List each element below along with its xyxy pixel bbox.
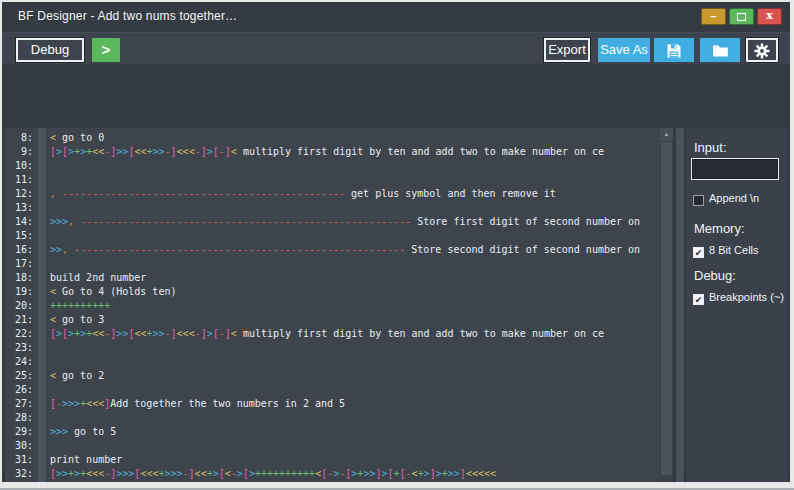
gear-icon bbox=[754, 42, 770, 57]
line-number: 18: bbox=[5, 271, 38, 285]
editor-vertical-scrollbar[interactable]: ▲ ▼ bbox=[660, 128, 673, 482]
play-icon: > bbox=[102, 41, 111, 58]
save-button[interactable] bbox=[654, 38, 694, 62]
line-number: 9: bbox=[5, 145, 38, 159]
line-number: 19: bbox=[5, 285, 38, 299]
breakpoint-margin bbox=[38, 128, 46, 482]
floppy-disk-icon bbox=[666, 42, 682, 57]
code-editor[interactable]: 8:9:10:11:12:13:14:15:16:17:18:19:20:21:… bbox=[5, 128, 673, 482]
code-line bbox=[46, 173, 660, 187]
line-number: 33: bbox=[5, 481, 38, 482]
code-line: [->>>+<<<]Add together the two numbers i… bbox=[46, 397, 660, 411]
append-newline-label: Append \n bbox=[709, 192, 759, 204]
breakpoints-checkbox[interactable]: ✔ bbox=[693, 294, 704, 305]
code-line bbox=[46, 383, 660, 397]
line-number: 31: bbox=[5, 453, 38, 467]
main-area: 8:9:10:11:12:13:14:15:16:17:18:19:20:21:… bbox=[2, 64, 790, 474]
line-number: 21: bbox=[5, 313, 38, 327]
run-button[interactable]: > bbox=[92, 38, 120, 62]
eight-bit-cells-checkbox[interactable]: ✔ bbox=[693, 247, 704, 258]
line-number: 30: bbox=[5, 439, 38, 453]
code-line: [>[>+>+<<-]>>[<<+>>-]<<<-]>[-]< multiply… bbox=[46, 327, 660, 341]
code-line: >>, ------------------------------------… bbox=[46, 243, 660, 257]
options-sidebar: Input: ✔Append \n Memory: ✔8 Bit Cells D… bbox=[686, 128, 788, 482]
check-icon: ✔ bbox=[694, 295, 703, 305]
maximize-icon bbox=[737, 13, 746, 21]
toolbar: Debug > Export Save As bbox=[2, 32, 790, 66]
close-button[interactable]: x bbox=[757, 8, 782, 25]
code-line bbox=[46, 439, 660, 453]
vertical-scroll-thumb[interactable] bbox=[661, 142, 672, 475]
line-number-gutter: 8:9:10:11:12:13:14:15:16:17:18:19:20:21:… bbox=[5, 131, 38, 482]
eight-bit-cells-option[interactable]: ✔8 Bit Cells bbox=[693, 244, 759, 256]
code-line: >>>, -----------------------------------… bbox=[46, 215, 660, 229]
line-number: 15: bbox=[5, 229, 38, 243]
input-label: Input: bbox=[694, 140, 727, 155]
scroll-up-icon[interactable]: ▲ bbox=[660, 128, 673, 141]
maximize-button[interactable] bbox=[729, 8, 754, 25]
line-number: 20: bbox=[5, 299, 38, 313]
check-icon: ✔ bbox=[694, 248, 703, 258]
app-window: BF Designer - Add two nums together… – x… bbox=[2, 2, 790, 482]
line-number: 16: bbox=[5, 243, 38, 257]
code-line: < go to 0 bbox=[46, 131, 660, 145]
code-line: [>>+>+<<<-]>>>[<<<+>>>-]<<+>[<->[>++++++… bbox=[46, 467, 660, 481]
minimize-icon: – bbox=[710, 10, 716, 22]
folder-icon bbox=[712, 42, 729, 57]
settings-button[interactable] bbox=[746, 38, 778, 62]
save-as-button[interactable]: Save As bbox=[598, 38, 650, 62]
append-newline-option[interactable]: ✔Append \n bbox=[693, 192, 759, 204]
code-line bbox=[46, 159, 660, 173]
line-number: 23: bbox=[5, 341, 38, 355]
code-line bbox=[46, 355, 660, 369]
code-line: < go to 3 bbox=[46, 313, 660, 327]
eight-bit-cells-label: 8 Bit Cells bbox=[709, 244, 759, 256]
line-number: 28: bbox=[5, 411, 38, 425]
line-number: 13: bbox=[5, 201, 38, 215]
code-line: [>[>+>+<<-]>>[<<+>>-]<<<-]>[-]< multiply… bbox=[46, 145, 660, 159]
line-number: 17: bbox=[5, 257, 38, 271]
line-number: 11: bbox=[5, 173, 38, 187]
bf-designer-window: { "window": { "title": "BF Designer - Ad… bbox=[0, 0, 794, 490]
window-title: BF Designer - Add two nums together… bbox=[18, 9, 237, 23]
title-bar: BF Designer - Add two nums together… – x bbox=[2, 2, 790, 32]
code-line: < go to 2 bbox=[46, 369, 660, 383]
code-line bbox=[46, 201, 660, 215]
program-input-field[interactable] bbox=[691, 158, 779, 180]
code-line bbox=[46, 229, 660, 243]
export-button[interactable]: Export bbox=[544, 38, 590, 62]
code-line: ]>[-]++++++++[<++++++>-]>[<<+>>-]>[<<+>>… bbox=[46, 481, 660, 482]
line-number: 24: bbox=[5, 355, 38, 369]
line-number: 27: bbox=[5, 397, 38, 411]
line-number: 26: bbox=[5, 383, 38, 397]
debug-options-label: Debug: bbox=[694, 268, 736, 283]
open-folder-button[interactable] bbox=[700, 38, 740, 62]
memory-label: Memory: bbox=[694, 221, 745, 236]
code-line: , --------------------------------------… bbox=[46, 187, 660, 201]
code-line bbox=[46, 341, 660, 355]
panel-splitter[interactable] bbox=[676, 128, 684, 482]
code-line bbox=[46, 411, 660, 425]
line-number: 29: bbox=[5, 425, 38, 439]
code-line: print number bbox=[46, 453, 660, 467]
code-line: < Go to 4 (Holds ten) bbox=[46, 285, 660, 299]
line-number: 22: bbox=[5, 327, 38, 341]
line-number: 12: bbox=[5, 187, 38, 201]
code-line bbox=[46, 257, 660, 271]
code-line: build 2nd number bbox=[46, 271, 660, 285]
append-newline-checkbox[interactable]: ✔ bbox=[693, 195, 704, 206]
line-number: 32: bbox=[5, 467, 38, 481]
debug-button[interactable]: Debug bbox=[16, 38, 84, 62]
line-number: 8: bbox=[5, 131, 38, 145]
code-line: >>> go to 5 bbox=[46, 425, 660, 439]
code-line: ++++++++++ bbox=[46, 299, 660, 313]
line-number: 14: bbox=[5, 215, 38, 229]
breakpoints-label: Breakpoints (~) bbox=[709, 291, 784, 303]
code-lines[interactable]: < go to 0[>[>+>+<<-]>>[<<+>>-]<<<-]>[-]<… bbox=[46, 131, 660, 482]
line-number: 25: bbox=[5, 369, 38, 383]
close-icon: x bbox=[766, 9, 773, 22]
line-number: 10: bbox=[5, 159, 38, 173]
minimize-button[interactable]: – bbox=[701, 8, 726, 25]
breakpoints-option[interactable]: ✔Breakpoints (~) bbox=[693, 291, 784, 303]
